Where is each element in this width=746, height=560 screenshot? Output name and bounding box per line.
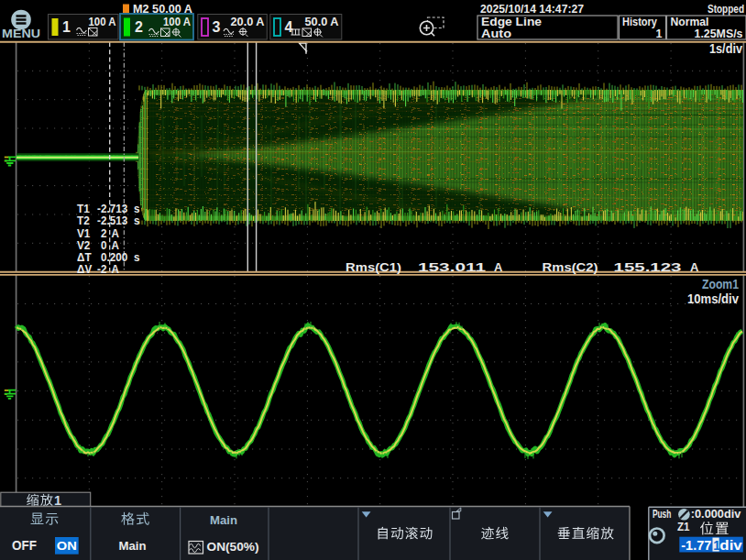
svg-text:2025/10/14 14:47:27: 2025/10/14 14:47:27 (480, 2, 584, 16)
svg-text:A: A (112, 262, 120, 276)
svg-text:Stopped: Stopped (708, 2, 744, 16)
svg-text:ΔV: ΔV (77, 262, 93, 276)
svg-text:ON: ON (57, 539, 77, 553)
svg-text:153.011: 153.011 (418, 260, 486, 274)
svg-text:-2: -2 (97, 262, 107, 276)
svg-text:2: 2 (135, 19, 143, 35)
svg-text:50.0 A: 50.0 A (305, 16, 339, 28)
svg-text:Rms(C2): Rms(C2) (543, 260, 598, 274)
svg-text::0.000div: :0.000div (691, 507, 741, 521)
svg-text:s: s (134, 251, 140, 265)
svg-text:ON(50%): ON(50%) (207, 540, 259, 554)
svg-text:Push: Push (653, 507, 672, 521)
svg-text:100 A: 100 A (163, 16, 191, 28)
svg-text:1s/div: 1s/div (709, 41, 742, 56)
svg-text:div: div (719, 538, 742, 553)
svg-text:4: 4 (285, 19, 293, 35)
svg-text:1: 1 (62, 19, 71, 35)
svg-text:Rms(C1): Rms(C1) (346, 260, 401, 274)
svg-text:Main: Main (119, 539, 147, 553)
svg-text:1: 1 (54, 493, 61, 508)
svg-text:1: 1 (656, 27, 663, 40)
svg-text:1.25MS/s: 1.25MS/s (695, 27, 743, 40)
svg-text:A: A (494, 260, 503, 274)
svg-text:Auto: Auto (481, 27, 511, 40)
svg-text:3: 3 (213, 19, 221, 35)
svg-text:A: A (690, 260, 699, 274)
svg-text:s: s (134, 214, 140, 228)
svg-text:155.123: 155.123 (614, 260, 682, 274)
svg-text:20.0 A: 20.0 A (231, 16, 265, 28)
svg-text:History: History (622, 16, 657, 28)
svg-text:100 A: 100 A (89, 16, 116, 28)
svg-text:10ms/div: 10ms/div (687, 291, 739, 306)
svg-text:Z1: Z1 (677, 520, 690, 533)
svg-text:OFF: OFF (12, 538, 37, 553)
svg-text:MENU: MENU (2, 27, 40, 40)
svg-text:Zoom1: Zoom1 (702, 277, 739, 291)
svg-text:-1.77: -1.77 (681, 538, 711, 553)
svg-text:Main: Main (210, 513, 237, 527)
